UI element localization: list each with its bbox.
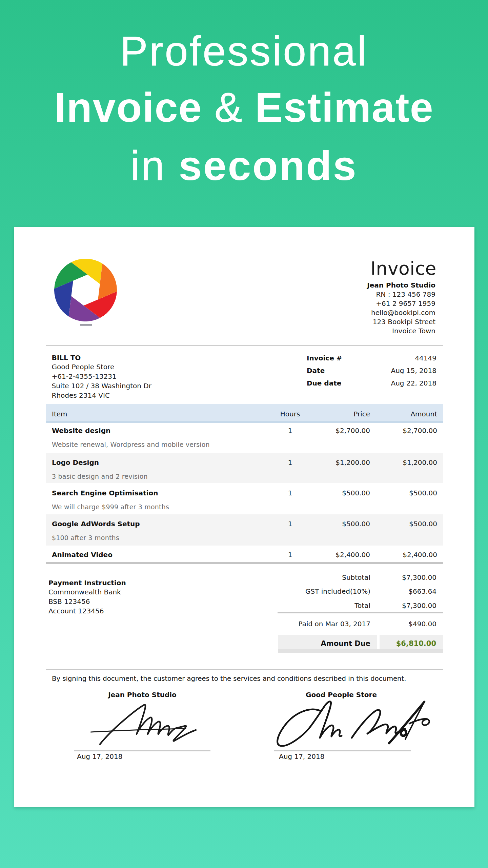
col-header-item: Item — [52, 404, 266, 421]
table-row: Google AdWords Setup $100 after 3 months… — [46, 514, 443, 546]
payment-bsb: BSB 123456 — [48, 597, 126, 607]
invoice-meta: Invoice # 44149 Date Aug 15, 2018 Due da… — [307, 352, 436, 390]
payment-account: Account 123456 — [48, 607, 126, 616]
signature-date-right: Aug 17, 2018 — [279, 752, 324, 761]
meta-row-invoice-number: Invoice # 44149 — [307, 352, 436, 364]
meta-row-date: Date Aug 15, 2018 — [307, 364, 436, 377]
invoice-card: Invoice Jean Photo Studio RN : 123 456 7… — [14, 227, 474, 807]
company-street: 123 Bookipi Street — [367, 317, 435, 327]
item-amount: $500.00 — [370, 520, 437, 546]
meta-label: Invoice # — [307, 352, 342, 364]
col-header-hours: Hours — [266, 404, 314, 421]
table-bottom-divider — [46, 562, 443, 564]
totals-value: $7,300.00 — [377, 599, 443, 613]
item-description: We will charge $999 after 3 months — [52, 503, 266, 511]
item-description: Website renewal, Wordpress and mobile ve… — [52, 440, 266, 449]
header-divider — [46, 345, 443, 346]
company-name: Jean Photo Studio — [367, 281, 435, 290]
signature-scribble-right — [271, 698, 434, 749]
item-amount: $500.00 — [370, 489, 437, 514]
item-name: Google AdWords Setup — [52, 520, 266, 528]
hero-word-in: in — [130, 142, 166, 189]
signature-scribble-left — [88, 700, 200, 748]
item-hours: 1 — [266, 520, 314, 546]
bill-to-block: BILL TO Good People Store +61-2-4355-132… — [52, 353, 151, 400]
totals-value: $7,300.00 — [377, 571, 443, 585]
item-hours: 1 — [266, 489, 314, 514]
totals-label: Subtotal — [278, 571, 377, 585]
item-name: Website design — [52, 427, 266, 435]
paid-label: Paid on Mar 03, 2017 — [278, 617, 377, 631]
signature-line-right — [274, 750, 411, 751]
hero-word-seconds: seconds — [179, 142, 358, 189]
hero-word-professional: Professional — [120, 28, 368, 74]
items-table-header: Item Hours Price Amount — [46, 404, 443, 423]
hero-line-3: in seconds — [0, 145, 488, 186]
signature-line-left — [74, 750, 210, 751]
hero-ampersand: & — [215, 84, 243, 131]
meta-row-due-date: Due date Aug 22, 2018 — [307, 377, 436, 390]
table-row: Animated Video 1 $2,400.00 $2,400.00 — [46, 546, 443, 563]
item-amount: $2,700.00 — [370, 427, 437, 453]
hero-word-estimate: Estimate — [255, 84, 434, 131]
paid-value: $490.00 — [377, 617, 443, 631]
payment-instruction-block: Payment Instruction Commonwealth Bank BS… — [48, 578, 126, 616]
company-block: Jean Photo Studio RN : 123 456 789 +61 2… — [367, 281, 435, 336]
payment-bank: Commonwealth Bank — [48, 588, 126, 597]
item-price: $500.00 — [314, 520, 370, 546]
signature-date-left: Aug 17, 2018 — [77, 752, 122, 761]
signature-name-right: Good People Store — [270, 690, 412, 699]
item-hours: 1 — [266, 427, 314, 453]
item-amount: $1,200.00 — [370, 458, 437, 483]
item-price: $1,200.00 — [314, 458, 370, 483]
totals-label: Total — [278, 599, 377, 613]
item-amount: $2,400.00 — [370, 551, 437, 563]
totals-row-subtotal: Subtotal $7,300.00 — [278, 571, 443, 585]
amount-due-box: Amount Due $6,810.00 — [278, 635, 443, 653]
totals-row-total: Total $7,300.00 — [278, 599, 443, 613]
totals-label: GST included(10%) — [278, 585, 377, 599]
col-header-amount: Amount — [370, 404, 437, 421]
bill-to-phone: +61-2-4355-13231 — [52, 372, 151, 381]
item-description: $100 after 3 months — [52, 534, 266, 542]
amount-due-cell-gap — [377, 635, 380, 649]
item-price: $500.00 — [314, 489, 370, 514]
item-hours: 1 — [266, 551, 314, 563]
meta-label: Date — [307, 364, 325, 377]
company-town: Invoice Town — [367, 327, 435, 336]
bill-to-label: BILL TO — [52, 353, 151, 363]
signature-section-divider — [46, 669, 443, 670]
company-logo-shutter-icon — [54, 259, 117, 321]
item-description: 3 basic design and 2 revision — [52, 472, 266, 480]
totals-value: $663.64 — [377, 585, 443, 599]
hero-line-1: Professional — [0, 30, 488, 72]
amount-due-value: $6,810.00 — [377, 639, 443, 648]
bill-to-city: Rhodes 2314 VIC — [52, 391, 151, 400]
bill-to-street: Suite 102 / 38 Washington Dr — [52, 381, 151, 391]
table-row: Search Engine Optimisation We will charg… — [46, 483, 443, 514]
hero-line-2: Invoice & Estimate — [0, 86, 488, 128]
item-name: Logo Design — [52, 458, 266, 467]
bill-to-name: Good People Store — [52, 362, 151, 372]
meta-label: Due date — [307, 377, 341, 390]
signature-name-left: Jean Photo Studio — [71, 690, 214, 699]
amount-due-label: Amount Due — [278, 639, 377, 648]
meta-value: Aug 22, 2018 — [341, 377, 436, 390]
item-price: $2,400.00 — [314, 551, 370, 563]
meta-value: 44149 — [342, 352, 436, 364]
company-rn: RN : 123 456 789 — [367, 290, 435, 299]
item-name: Search Engine Optimisation — [52, 489, 266, 497]
logo-base-dash — [80, 324, 92, 326]
item-price: $2,700.00 — [314, 427, 370, 453]
col-header-price: Price — [314, 404, 370, 421]
paid-row: Paid on Mar 03, 2017 $490.00 — [278, 617, 443, 631]
table-row: Website design Website renewal, Wordpres… — [46, 423, 443, 453]
totals-divider — [278, 612, 443, 613]
payment-instruction-label: Payment Instruction — [48, 578, 126, 588]
item-hours: 1 — [266, 458, 314, 483]
meta-value: Aug 15, 2018 — [325, 364, 436, 377]
totals-block: Subtotal $7,300.00 GST included(10%) $66… — [278, 571, 443, 613]
table-row: Logo Design 3 basic design and 2 revisio… — [46, 453, 443, 483]
company-email: hello@bookipi.com — [367, 308, 435, 317]
items-table: Item Hours Price Amount Website design W… — [46, 404, 443, 563]
